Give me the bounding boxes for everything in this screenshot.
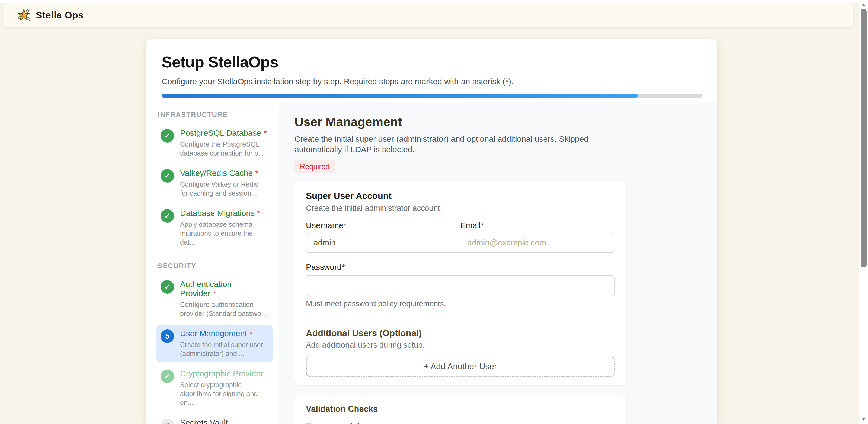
email-input[interactable] bbox=[460, 233, 615, 253]
section-label-security: SECURITY bbox=[158, 262, 272, 270]
step-title: Authentication Provider* bbox=[180, 280, 270, 298]
brand-title: Stella Ops bbox=[36, 10, 84, 21]
check-icon: ✓ bbox=[160, 169, 174, 183]
check-name: connectivity bbox=[318, 422, 367, 424]
step-description: Configure authentication provider (Stand… bbox=[180, 300, 267, 318]
step-content-panel: User Management Create the initial super… bbox=[279, 102, 717, 424]
validation-check-row: connectivity Check passed bbox=[306, 422, 615, 424]
page-background: Stella Ops Setup StellaOps Configure you… bbox=[0, 0, 859, 424]
wizard-header: Setup StellaOps Configure your StellaOps… bbox=[147, 39, 717, 102]
step-description-text: Create the initial super user (administr… bbox=[294, 134, 603, 155]
step-title: User Management* bbox=[180, 329, 267, 338]
username-input[interactable] bbox=[306, 233, 460, 253]
step-description: Configure Valkey or Redis for caching an… bbox=[180, 180, 267, 198]
step-description: Apply database schema migrations to ensu… bbox=[180, 220, 267, 247]
page-title: Setup StellaOps bbox=[162, 53, 702, 71]
required-badge: Required bbox=[294, 160, 335, 173]
section-label-infrastructure: INFRASTRUCTURE bbox=[158, 111, 272, 119]
required-asterisk: * bbox=[213, 289, 216, 298]
email-label: Email* bbox=[460, 221, 615, 230]
page-subtitle: Configure your StellaOps installation st… bbox=[162, 77, 702, 86]
vertical-scrollbar[interactable]: ▲ ▼ bbox=[859, 0, 868, 424]
stellaops-logo-icon bbox=[18, 9, 30, 22]
step-description: Create the initial super user (administr… bbox=[180, 340, 267, 358]
super-user-card-title: Super User Account bbox=[306, 191, 615, 201]
setup-wizard-card: Setup StellaOps Configure your StellaOps… bbox=[147, 39, 717, 424]
step-description: Configure the PostgreSQL database connec… bbox=[180, 140, 267, 158]
step-title: Secrets Vault bbox=[180, 418, 267, 424]
additional-users-subtitle: Add additional users during setup. bbox=[306, 340, 615, 350]
step-title: PostgreSQL Database* bbox=[180, 128, 267, 138]
validation-checks-title: Validation Checks bbox=[306, 404, 615, 414]
scrollbar-thumb[interactable] bbox=[861, 9, 867, 267]
progress-bar bbox=[162, 94, 703, 98]
step-title: Cryptographic Provider bbox=[180, 369, 267, 378]
sidebar-item-postgresql-database[interactable]: ✓ PostgreSQL Database* Configure the Pos… bbox=[156, 124, 273, 162]
validation-checks-card: Validation Checks connectivity Check pas… bbox=[294, 395, 626, 424]
required-asterisk: * bbox=[255, 168, 258, 177]
check-icon: ✓ bbox=[160, 129, 174, 142]
required-asterisk: * bbox=[249, 329, 253, 338]
sidebar-item-cryptographic-provider[interactable]: ✓ Cryptographic Provider Select cryptogr… bbox=[156, 365, 273, 412]
password-input[interactable] bbox=[306, 275, 615, 296]
wizard-body: INFRASTRUCTURE ✓ PostgreSQL Database* Co… bbox=[147, 102, 717, 424]
app-header: Stella Ops bbox=[3, 3, 852, 27]
step-description: Select cryptographic algorithms for sign… bbox=[180, 380, 267, 407]
step-heading: User Management bbox=[294, 115, 717, 129]
sidebar-item-authentication-provider[interactable]: ✓ Authentication Provider* Configure aut… bbox=[156, 275, 273, 322]
sidebar-item-valkey-redis-cache[interactable]: ✓ Valkey/Redis Cache* Configure Valkey o… bbox=[156, 164, 273, 202]
sidebar-item-user-management[interactable]: 5 User Management* Create the initial su… bbox=[156, 325, 273, 362]
scrollbar-up-arrow[interactable]: ▲ bbox=[859, 1, 868, 9]
super-user-card-subtitle: Create the initial administrator account… bbox=[306, 204, 615, 213]
super-user-card: Super User Account Create the initial ad… bbox=[294, 181, 626, 385]
top-strip bbox=[0, 0, 859, 3]
username-label: Username* bbox=[306, 221, 460, 230]
section-divider bbox=[306, 319, 615, 319]
progress-fill bbox=[162, 94, 638, 98]
required-asterisk: * bbox=[257, 208, 260, 218]
step-number-badge: 5 bbox=[160, 329, 174, 343]
steps-sidebar: INFRASTRUCTURE ✓ PostgreSQL Database* Co… bbox=[147, 102, 279, 424]
required-asterisk: * bbox=[264, 128, 267, 137]
sidebar-item-secrets-vault[interactable]: 7 Secrets Vault Configure a secrets vaul… bbox=[156, 414, 273, 424]
step-title: Database Migrations* bbox=[180, 208, 267, 218]
additional-users-title: Additional Users (Optional) bbox=[306, 328, 615, 338]
password-helper-text: Must meet password policy requirements. bbox=[306, 299, 615, 308]
step-title: Valkey/Redis Cache* bbox=[180, 168, 267, 178]
sidebar-item-database-migrations[interactable]: ✓ Database Migrations* Apply database sc… bbox=[156, 204, 273, 251]
step-number-badge: 7 bbox=[160, 419, 174, 424]
scrollbar-down-arrow[interactable]: ▼ bbox=[859, 415, 868, 423]
check-icon: ✓ bbox=[160, 209, 174, 223]
add-another-user-button[interactable]: + Add Another User bbox=[306, 357, 615, 377]
password-label: Password* bbox=[306, 263, 615, 272]
app-root: Stella Ops Setup StellaOps Configure you… bbox=[0, 0, 868, 424]
check-icon: ✓ bbox=[160, 280, 174, 294]
check-icon: ✓ bbox=[160, 369, 174, 383]
